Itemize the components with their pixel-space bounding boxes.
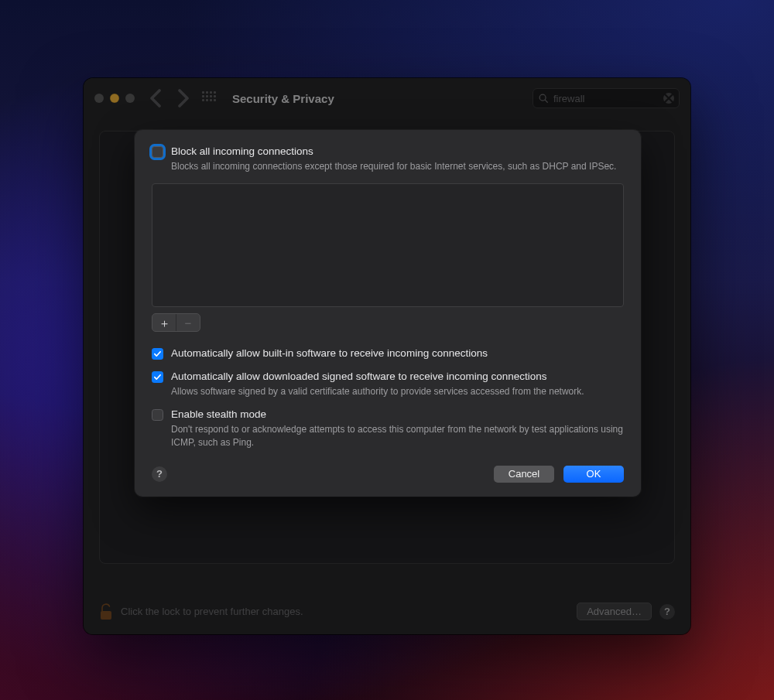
x-icon [663,93,674,104]
window-footer: Click the lock to prevent further change… [99,603,675,620]
lock-button[interactable] [99,603,113,620]
help-button[interactable]: ? [659,604,675,620]
cancel-button[interactable]: Cancel [494,466,554,483]
unlocked-lock-icon [99,603,113,620]
allow-builtin-option: Automatically allow built-in software to… [152,347,624,360]
block-all-checkbox[interactable] [152,146,163,158]
close-window-button[interactable] [94,94,104,103]
search-field[interactable]: firewall [533,88,680,108]
back-button[interactable] [147,89,166,108]
add-remove-controls: ＋ − [152,313,200,332]
allow-builtin-checkbox[interactable] [152,348,163,360]
chevron-right-icon [173,89,192,108]
chevron-left-icon [147,89,166,108]
applications-list[interactable] [152,183,624,307]
zoom-window-button[interactable] [125,94,135,103]
allow-signed-description: Allows software signed by a valid certif… [171,385,624,398]
add-application-button[interactable]: ＋ [152,314,176,331]
firewall-options-sheet: Block all incoming connections Blocks al… [135,130,641,497]
remove-application-button[interactable]: − [176,314,200,331]
checkmark-icon [153,373,162,381]
window-title: Security & Privacy [232,92,334,105]
stealth-mode-label: Enable stealth mode [171,408,624,420]
sheet-help-button[interactable]: ? [152,466,167,482]
stealth-mode-description: Don't respond to or acknowledge attempts… [171,423,624,448]
allow-signed-checkbox[interactable] [152,371,163,383]
svg-rect-1 [101,611,111,620]
search-icon [538,93,549,104]
clear-search-button[interactable] [663,93,674,104]
search-value: firewall [553,93,659,104]
forward-button[interactable] [173,89,192,108]
window-controls [94,94,135,103]
show-all-button[interactable] [200,89,218,108]
lock-message: Click the lock to prevent further change… [121,606,569,617]
checkmark-icon [153,350,162,358]
block-all-option: Block all incoming connections Blocks al… [152,145,624,172]
titlebar: Security & Privacy firewall [84,78,690,118]
block-all-description: Blocks all incoming connections except t… [171,160,624,172]
sheet-footer: ? Cancel OK [152,466,624,483]
allow-builtin-label: Automatically allow built-in software to… [171,347,624,359]
stealth-mode-option: Enable stealth mode Don't respond to or … [152,408,624,448]
stealth-mode-checkbox[interactable] [152,409,163,421]
grid-icon [202,91,216,105]
system-preferences-window: Security & Privacy firewall Click the lo… [84,78,690,634]
ok-button[interactable]: OK [563,466,624,483]
block-all-label: Block all incoming connections [171,145,624,157]
advanced-button[interactable]: Advanced… [577,603,652,620]
minimize-window-button[interactable] [110,94,119,103]
allow-signed-label: Automatically allow downloaded signed so… [171,370,624,382]
allow-signed-option: Automatically allow downloaded signed so… [152,370,624,398]
